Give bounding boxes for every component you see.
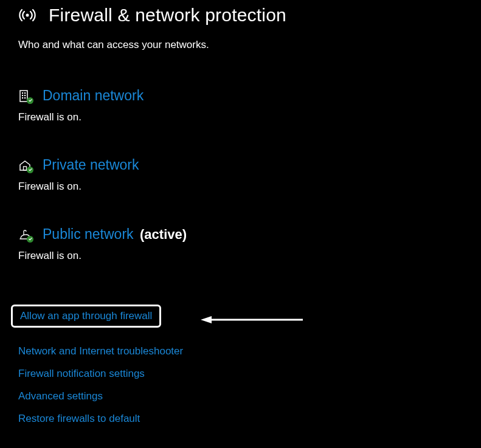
- public-network-section: Public network (active) Firewall is on.: [18, 226, 463, 262]
- svg-marker-11: [201, 316, 212, 323]
- domain-network-link[interactable]: Domain network: [43, 88, 144, 104]
- private-network-icon: [18, 159, 32, 172]
- public-network-icon: [18, 228, 32, 241]
- status-ok-icon: [27, 97, 33, 104]
- svg-rect-6: [22, 97, 23, 98]
- notification-settings-link[interactable]: Firewall notification settings: [18, 368, 145, 380]
- domain-network-status: Firewall is on.: [18, 111, 463, 123]
- public-network-status: Firewall is on.: [18, 250, 463, 262]
- svg-rect-7: [24, 97, 26, 98]
- private-network-section: Private network Firewall is on.: [18, 157, 463, 193]
- arrow-annotation-icon: [201, 314, 304, 326]
- settings-links-block: Allow an app through firewall Network an…: [18, 305, 463, 425]
- svg-rect-3: [24, 92, 26, 94]
- private-network-status: Firewall is on.: [18, 181, 463, 193]
- allow-app-link[interactable]: Allow an app through firewall: [20, 310, 152, 322]
- domain-network-section: Domain network Firewall is on.: [18, 88, 463, 123]
- domain-network-icon: [18, 89, 32, 103]
- troubleshooter-link[interactable]: Network and Internet troubleshooter: [18, 345, 183, 357]
- active-badge: (active): [140, 227, 187, 242]
- svg-point-0: [26, 14, 29, 17]
- public-network-link[interactable]: Public network: [43, 226, 134, 242]
- svg-rect-8: [24, 167, 27, 170]
- page-subtitle: Who and what can access your networks.: [18, 39, 463, 51]
- status-ok-icon: [27, 167, 33, 173]
- private-network-link[interactable]: Private network: [43, 157, 139, 173]
- highlight-annotation: Allow an app through firewall: [11, 305, 161, 328]
- advanced-settings-link[interactable]: Advanced settings: [18, 390, 103, 402]
- restore-defaults-link[interactable]: Restore firewalls to default: [18, 413, 140, 425]
- status-ok-icon: [27, 236, 33, 243]
- page-title: Firewall & network protection: [49, 5, 286, 26]
- svg-rect-4: [22, 95, 23, 96]
- firewall-signal-icon: [18, 6, 36, 24]
- svg-rect-5: [24, 95, 26, 96]
- page-header: Firewall & network protection: [18, 0, 463, 26]
- svg-rect-2: [22, 92, 23, 94]
